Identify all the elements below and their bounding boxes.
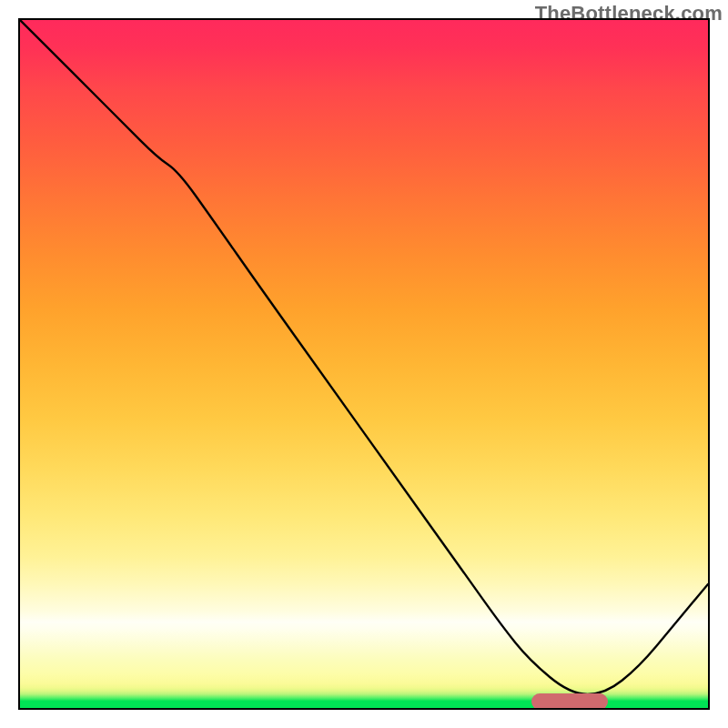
optimal-range-marker (531, 693, 608, 710)
chart-container: TheBottleneck.com (0, 0, 728, 728)
plot-area (18, 18, 710, 710)
gradient-background (20, 20, 708, 708)
